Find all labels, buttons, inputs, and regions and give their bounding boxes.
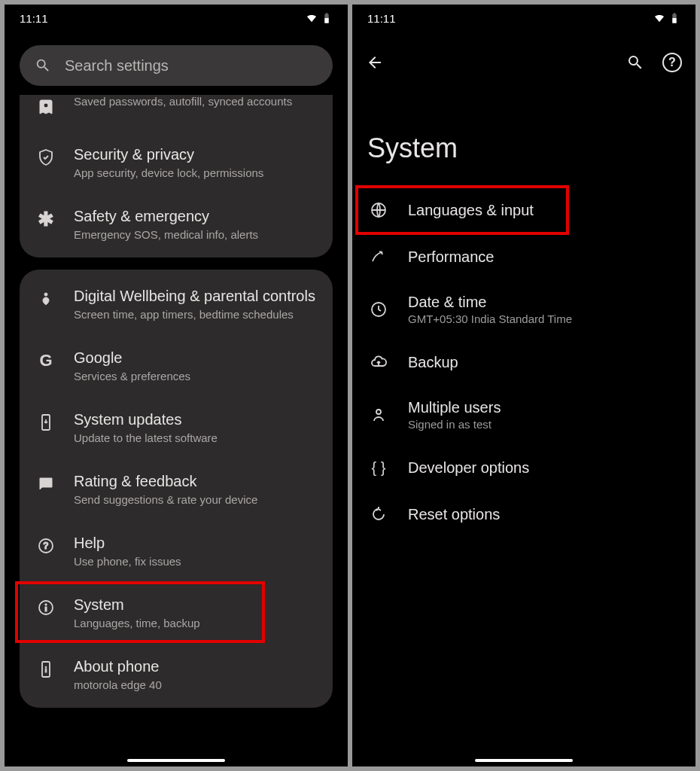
- row-title: Date & time: [408, 294, 679, 311]
- system-row-reset[interactable]: Reset options: [352, 491, 695, 538]
- system-row-datetime[interactable]: Date & time GMT+05:30 India Standard Tim…: [352, 280, 695, 339]
- row-subtitle: Services & preferences: [74, 370, 316, 382]
- settings-row-system[interactable]: System Languages, time, backup: [20, 581, 333, 643]
- clock-icon: [370, 300, 388, 318]
- svg-point-0: [44, 293, 47, 296]
- help-icon[interactable]: ?: [662, 53, 682, 72]
- status-icons: [306, 12, 333, 24]
- info-icon: [37, 599, 55, 617]
- row-title: Security & privacy: [74, 145, 316, 165]
- settings-group-2: Digital Wellbeing & parental controls Sc…: [20, 270, 333, 708]
- row-title: Digital Wellbeing & parental controls: [74, 286, 316, 306]
- battery-icon: [321, 12, 333, 24]
- row-title: Rating & feedback: [74, 471, 316, 492]
- row-title: System: [74, 595, 316, 615]
- phone-update-icon: [37, 413, 55, 431]
- feedback-icon: [37, 475, 55, 493]
- settings-row-security[interactable]: Security & privacy App security, device …: [20, 131, 333, 193]
- row-title: Google: [74, 348, 316, 368]
- settings-row-passwords[interactable]: Passwords & accounts Saved passwords, au…: [20, 95, 333, 131]
- row-subtitle: Use phone, fix issues: [74, 555, 316, 568]
- reset-icon: [370, 505, 388, 523]
- row-subtitle: Send suggestions & rate your device: [74, 493, 316, 506]
- wifi-icon: [306, 12, 318, 24]
- svg-text:?: ?: [43, 541, 48, 551]
- row-subtitle: Emergency SOS, medical info, alerts: [74, 228, 316, 241]
- system-row-backup[interactable]: Backup: [352, 339, 695, 386]
- row-subtitle: Saved passwords, autofill, synced accoun…: [74, 95, 316, 108]
- row-title: About phone: [74, 657, 316, 677]
- nav-pill[interactable]: [475, 759, 573, 762]
- settings-row-safety[interactable]: ✱ Safety & emergency Emergency SOS, medi…: [20, 193, 333, 254]
- google-icon: G: [39, 351, 52, 370]
- row-title: Multiple users: [408, 399, 679, 416]
- settings-row-rating[interactable]: Rating & feedback Send suggestions & rat…: [20, 458, 333, 520]
- key-icon: [37, 99, 55, 117]
- search-icon: [35, 57, 51, 74]
- svg-point-8: [45, 666, 47, 668]
- search-settings[interactable]: Search settings: [20, 45, 333, 86]
- back-icon[interactable]: [366, 53, 384, 72]
- search-icon[interactable]: [626, 53, 644, 72]
- person-icon: [370, 406, 388, 424]
- settings-row-wellbeing[interactable]: Digital Wellbeing & parental controls Sc…: [20, 273, 333, 334]
- phone-info-icon: [37, 660, 55, 678]
- phone-settings-main: 11:11 Search settings Passwords & accoun…: [5, 5, 348, 766]
- row-title: Performance: [408, 248, 679, 266]
- row-title: Help: [74, 533, 316, 553]
- help-icon: ?: [37, 537, 55, 555]
- row-subtitle: Languages, time, backup: [74, 617, 316, 629]
- system-row-languages[interactable]: Languages & input: [352, 187, 695, 233]
- svg-rect-9: [45, 669, 47, 672]
- system-row-performance[interactable]: Performance: [352, 233, 695, 280]
- page-title: System: [352, 80, 695, 187]
- row-subtitle: Screen time, app timers, bedtime schedul…: [74, 308, 316, 321]
- performance-icon: [370, 248, 388, 266]
- row-subtitle: motorola edge 40: [74, 678, 316, 691]
- svg-rect-6: [45, 607, 47, 611]
- asterisk-icon: ✱: [38, 208, 54, 231]
- row-title: System updates: [74, 410, 316, 430]
- row-subtitle: GMT+05:30 India Standard Time: [408, 312, 679, 325]
- svg-point-5: [45, 604, 47, 605]
- system-row-devoptions[interactable]: { } Developer options: [352, 444, 695, 491]
- row-title: Developer options: [408, 459, 679, 477]
- status-time: 11:11: [20, 12, 48, 25]
- status-time: 11:11: [367, 12, 396, 25]
- appbar: ?: [352, 32, 695, 80]
- phone-system-page: 11:11 ? System Languages & input Perform…: [352, 5, 695, 766]
- cloud-upload-icon: [370, 353, 388, 371]
- wifi-icon: [653, 12, 665, 24]
- shield-icon: [37, 148, 55, 166]
- system-row-users[interactable]: Multiple users Signed in as test: [352, 386, 695, 444]
- globe-icon: [370, 201, 388, 219]
- search-placeholder: Search settings: [65, 57, 169, 75]
- battery-icon: [668, 12, 680, 24]
- row-subtitle: App security, device lock, permissions: [74, 166, 316, 179]
- row-subtitle: Update to the latest software: [74, 431, 316, 444]
- braces-icon: { }: [372, 459, 386, 477]
- row-title: Backup: [408, 354, 679, 371]
- status-icons: [653, 12, 680, 24]
- search-wrap: Search settings: [5, 32, 348, 95]
- settings-row-about[interactable]: About phone motorola edge 40: [20, 643, 333, 705]
- row-subtitle: Signed in as test: [408, 418, 679, 431]
- row-title: Languages & input: [408, 202, 679, 219]
- wellbeing-icon: [37, 290, 55, 308]
- svg-point-12: [376, 410, 381, 414]
- row-title: Safety & emergency: [74, 206, 316, 227]
- status-bar: 11:11: [5, 5, 348, 32]
- row-title: Reset options: [408, 506, 679, 523]
- nav-pill[interactable]: [127, 759, 225, 762]
- settings-group-1: Passwords & accounts Saved passwords, au…: [20, 95, 333, 258]
- settings-row-google[interactable]: G Google Services & preferences: [20, 334, 333, 396]
- settings-row-updates[interactable]: System updates Update to the latest soft…: [20, 396, 333, 458]
- status-bar: 11:11: [352, 5, 695, 32]
- settings-row-help[interactable]: ? Help Use phone, fix issues: [20, 520, 333, 581]
